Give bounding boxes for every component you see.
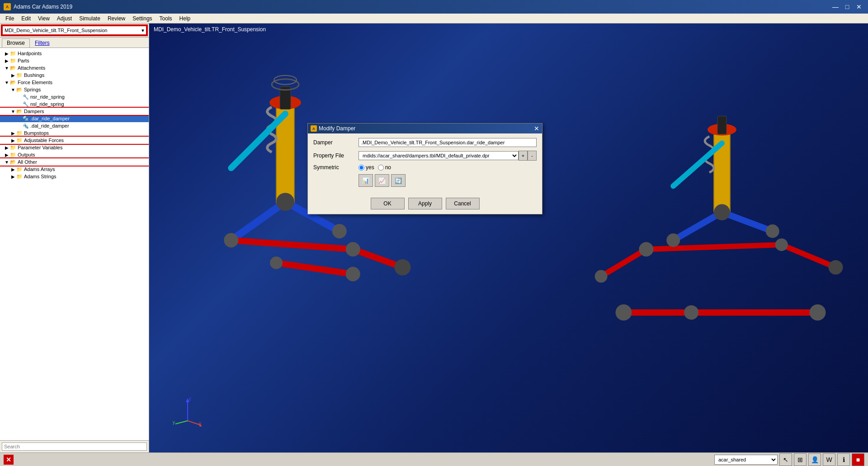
expand-icon: ▼ [4,79,10,86]
3d-scene [149,24,868,452]
tree-item-bumpstops[interactable]: ▶ 📁 Bumpstops [0,129,149,137]
tree-item-adjustable-forces[interactable]: ▶ 📁 Adjustable Forces [0,137,149,144]
property-file-add-button[interactable]: + [519,151,528,161]
menu-settings[interactable]: Settings [129,14,156,23]
property-file-select[interactable]: mdids://acar_shared/dampers.tbl/MDI_defa… [359,151,519,160]
folder-icon: 📁 [10,51,16,57]
property-file-remove-button[interactable]: - [528,151,537,161]
property-file-row: Property File mdids://acar_shared/damper… [313,151,537,161]
tree-label: .dal_ride_damper [30,123,69,128]
tab-filters[interactable]: Filters [30,38,55,48]
close-button[interactable]: ✕ [854,2,864,11]
tree-item-all-other[interactable]: ▼ 📂 All Other [0,158,149,166]
svg-line-44 [175,421,188,424]
stop-icon[interactable]: ✕ [4,455,14,465]
plot-icon-button[interactable]: 📊 [359,174,373,187]
info-icon-button[interactable]: ℹ [837,453,850,466]
stop-btn[interactable]: ■ [852,453,864,466]
tree-item-adams-strings[interactable]: ▶ 📁 Adams Strings [0,173,149,180]
svg-rect-37 [717,116,726,134]
tree-item-bushings[interactable]: ▶ 📁 Bushings [0,71,149,79]
symmetric-no-option[interactable]: no [378,164,391,171]
tabs-row: Browse Filters [0,38,149,48]
folder-icon: 📁 [16,130,23,136]
tree-item-nsl-ride-spring[interactable]: 🔧 nsl_ride_spring [0,100,149,108]
dialog-title: Modify Damper [319,125,355,132]
tree-item-attachments[interactable]: ▼ 📂 Attachments [0,64,149,71]
tree-item-hardpoints[interactable]: ▶ 📁 Hardpoints [0,50,149,57]
expand-icon [16,115,23,122]
maximize-button[interactable]: □ [842,2,853,11]
symmetric-yes-option[interactable]: yes [359,164,374,171]
modify-damper-dialog: A Modify Damper ✕ Damper Property File [307,123,542,214]
status-bar: ✕ acar_shared default ↖ ⊞ 👤 W ℹ ■ [0,452,868,466]
tree-area: ▶ 📁 Hardpoints ▶ 📁 Parts ▼ 📂 Attachments [0,48,149,440]
tree-item-outputs[interactable]: ▶ 📁 Outputs [0,151,149,158]
workspace-dropdown[interactable]: acar_shared default [714,455,778,465]
left-panel: MDI_Demo_Vehicle_tilt.TR_Front_Suspensio… [0,24,149,452]
svg-point-29 [775,238,788,251]
expand-icon: ▶ [10,130,16,136]
svg-line-21 [673,212,722,240]
pointer-icon-button[interactable]: ↖ [779,453,792,466]
folder-icon: 📁 [16,174,23,180]
tree-item-dal-ride-damper[interactable]: 🔩 .dal_ride_damper [0,122,149,129]
tree-item-nsr-ride-spring[interactable]: 🔧 nsr_ride_spring [0,93,149,100]
svg-line-22 [646,245,781,249]
tree-label: Hardpoints [18,51,42,56]
dialog-footer: OK Apply Cancel [308,195,542,214]
svg-point-30 [639,242,653,257]
menu-help[interactable]: Help [176,14,194,23]
expand-icon: ▶ [4,144,10,151]
symmetric-no-radio[interactable] [378,165,384,171]
menu-adjust[interactable]: Adjust [53,14,75,23]
tree-item-parts[interactable]: ▶ 📁 Parts [0,57,149,64]
apply-button[interactable]: Apply [408,198,442,209]
tree-label: Parameter Variables [18,145,62,150]
svg-point-12 [270,257,283,269]
dialog-icon-row: 📊 📈 🔄 [313,174,537,187]
symmetric-row: Symmetric yes no [313,164,537,171]
tree-label: Adams Arrays [24,166,55,172]
tree-label: Springs [24,87,41,92]
svg-point-35 [684,305,698,320]
tree-label: nsr_ride_spring [30,94,65,100]
title-bar: A Adams Car Adams 2019 — □ ✕ [0,0,868,14]
svg-line-23 [782,245,836,267]
folder-icon: 📂 [10,65,16,71]
damper-input[interactable] [359,138,537,147]
tree-item-dar-ride-damper[interactable]: 🔩 .dar_ride_damper [0,115,149,122]
menu-edit[interactable]: Edit [18,14,34,23]
tree-label: Outputs [18,152,35,157]
menu-simulate[interactable]: Simulate [75,14,104,23]
tree-item-springs[interactable]: ▼ 📂 Springs [0,86,149,93]
menu-view[interactable]: View [34,14,53,23]
search-input[interactable] [2,442,147,451]
dialog-close-button[interactable]: ✕ [534,125,539,132]
model-dropdown[interactable]: MDI_Demo_Vehicle_tilt.TR_Front_Suspensio… [2,25,147,35]
folder-icon: 📁 [10,145,16,151]
symmetric-label: Symmetric [313,164,359,171]
symmetric-yes-radio[interactable] [359,165,364,171]
rotate-icon-button[interactable]: 🔄 [391,174,406,187]
chart-icon-button[interactable]: 📈 [375,174,389,187]
svg-point-11 [346,242,360,257]
logo-icon-button[interactable]: W [823,453,835,466]
tree-item-force-elements[interactable]: ▼ 📂 Force Elements [0,79,149,86]
menu-tools[interactable]: Tools [156,14,176,23]
tree-label: Adams Strings [24,174,57,179]
tree-item-parameter-variables[interactable]: ▶ 📁 Parameter Variables [0,144,149,151]
tree-label: All Other [18,159,37,165]
grid-icon-button[interactable]: ⊞ [794,453,807,466]
person-icon-button[interactable]: 👤 [808,453,821,466]
minimize-button[interactable]: — [830,2,841,11]
menu-review[interactable]: Review [104,14,129,23]
tree-item-dampers[interactable]: ▼ 📂 Dampers [0,108,149,115]
tab-browse[interactable]: Browse [2,38,30,48]
tree-item-adams-arrays[interactable]: ▶ 📁 Adams Arrays [0,166,149,173]
property-file-label: Property File [313,152,359,159]
cancel-button[interactable]: Cancel [446,198,480,209]
menu-file[interactable]: File [2,14,18,23]
ok-button[interactable]: OK [371,198,405,209]
svg-text:x: x [199,421,201,426]
